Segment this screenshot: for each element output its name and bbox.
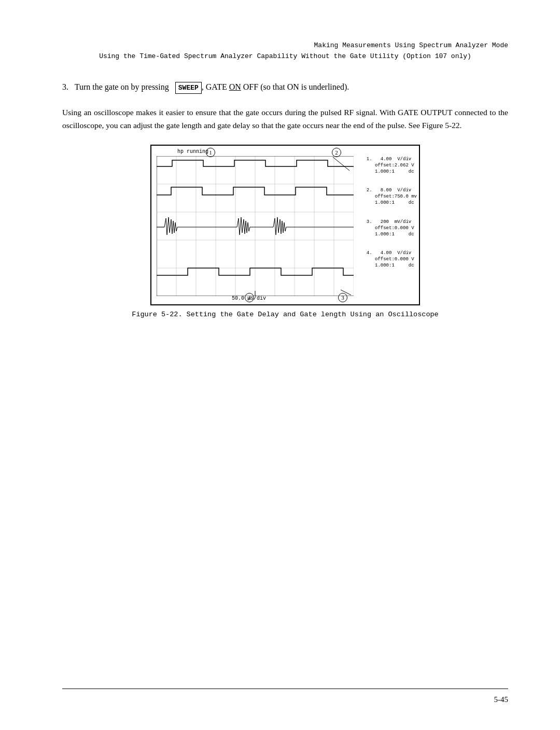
step-3-text: 3. Turn the gate on by pressing SWEEP, G…	[62, 81, 508, 94]
channel-3-info: 3. 200 mV/div offset:0.000 V 1.000:1 dc	[367, 219, 417, 237]
circle-3: 3	[338, 293, 347, 302]
channel-info: 1. 4.00 V/div offset:2.062 V 1.000:1 dc …	[367, 156, 417, 282]
step-3: 3. Turn the gate on by pressing SWEEP, G…	[62, 81, 508, 94]
footer-rule	[62, 689, 508, 689]
header-line2: Using the Time-Gated Spectrum Analyzer C…	[62, 52, 508, 60]
page-footer: 5-45	[62, 689, 508, 704]
figure-container: 1 2 hp running	[62, 145, 508, 318]
body-paragraph: Using an oscilloscope makes it easier to…	[62, 106, 508, 132]
channel-2-info: 2. 8.00 V/div offset:750.0 mv 1.000:1 dc	[367, 187, 417, 206]
step-text-before: Turn the gate on by pressing	[75, 82, 169, 91]
osc-header: hp running	[177, 149, 208, 155]
channel-4-info: 4. 4.00 V/div offset:0.000 V 1.000:1 dc	[367, 250, 417, 269]
page: Making Measurements Using Spectrum Analy…	[0, 0, 560, 730]
oscilloscope-display: 1 2 hp running	[150, 145, 420, 305]
sweep-key: SWEEP	[175, 82, 202, 94]
osc-waveform	[157, 156, 354, 296]
channel-1-info: 1. 4.00 V/div offset:2.062 V 1.000:1 dc	[367, 156, 417, 175]
circle-4: 4	[245, 293, 254, 302]
header-line1: Making Measurements Using Spectrum Analy…	[62, 41, 508, 49]
svg-line-21	[333, 157, 349, 171]
figure-caption: Figure 5-22. Setting the Gate Delay and …	[132, 311, 438, 318]
step-number: 3.	[62, 82, 68, 91]
page-number: 5-45	[62, 695, 508, 704]
